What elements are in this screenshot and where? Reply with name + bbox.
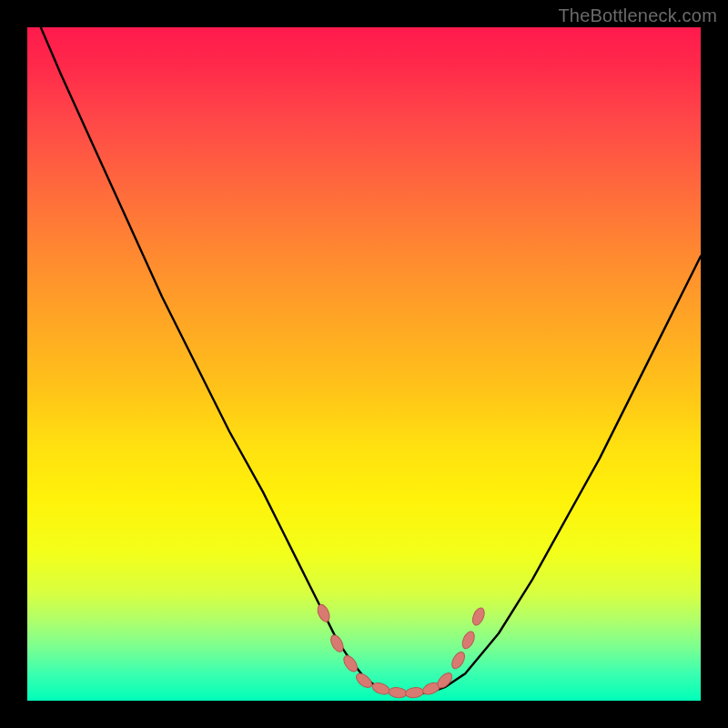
curve-marker: [341, 653, 360, 674]
chart-plot-area: [27, 27, 701, 701]
curve-marker: [405, 686, 424, 698]
chart-svg: [27, 27, 701, 701]
chart-frame: TheBottleneck.com: [0, 0, 728, 728]
curve-marker: [460, 630, 477, 651]
curve-marker: [470, 606, 487, 627]
bottleneck-curve: [41, 27, 701, 694]
curve-marker: [316, 602, 332, 623]
attribution-text: TheBottleneck.com: [558, 5, 717, 26]
curve-marker: [450, 650, 468, 671]
curve-marker: [388, 686, 407, 698]
curve-marker: [354, 671, 374, 690]
curve-markers: [316, 602, 487, 698]
